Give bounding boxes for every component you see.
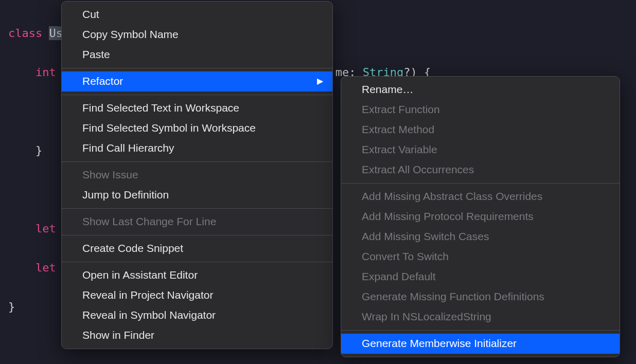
- selected-text: Us: [49, 26, 63, 40]
- menu-item-extract-function: Extract Function: [341, 100, 620, 120]
- menu-label: Add Missing Abstract Class Overrides: [362, 189, 542, 204]
- menu-label: Extract Method: [362, 122, 434, 137]
- menu-item-expand-default: Expand Default: [341, 267, 620, 287]
- menu-label: Jump to Definition: [82, 187, 169, 203]
- menu-separator: [62, 235, 332, 235]
- menu-item-open-assistant[interactable]: Open in Assistant Editor: [62, 265, 332, 285]
- menu-label: Wrap In NSLocalizedString: [362, 309, 491, 324]
- menu-label: Reveal in Symbol Navigator: [82, 307, 216, 323]
- menu-item-refactor[interactable]: Refactor ▶: [62, 71, 332, 92]
- context-menu-refactor: Rename… Extract Function Extract Method …: [341, 76, 620, 357]
- menu-label: Reveal in Project Navigator: [82, 287, 213, 303]
- menu-label: Refactor: [82, 74, 123, 89]
- menu-label: Copy Symbol Name: [82, 27, 179, 42]
- menu-item-cut[interactable]: Cut: [62, 5, 332, 25]
- menu-label: Show Last Change For Line: [82, 214, 216, 229]
- menu-separator: [62, 68, 332, 68]
- menu-separator: [62, 262, 332, 262]
- menu-separator: [62, 95, 332, 95]
- menu-label: Show in Finder: [82, 327, 154, 343]
- keyword-let: let: [8, 261, 56, 274]
- menu-item-generate-missing: Generate Missing Function Definitions: [341, 287, 620, 307]
- menu-item-extract-variable: Extract Variable: [341, 140, 620, 160]
- menu-label: Find Call Hierarchy: [82, 140, 174, 156]
- menu-item-show-last-change: Show Last Change For Line: [62, 212, 332, 232]
- menu-item-paste[interactable]: Paste: [62, 45, 332, 65]
- menu-separator: [62, 208, 332, 209]
- menu-label: Add Missing Switch Cases: [362, 229, 489, 244]
- menu-label: Extract Function: [362, 102, 440, 117]
- menu-item-convert-switch: Convert To Switch: [341, 247, 620, 267]
- menu-label: Generate Memberwise Initializer: [362, 336, 517, 351]
- menu-label: Convert To Switch: [362, 249, 449, 264]
- menu-label: Expand Default: [362, 269, 436, 284]
- menu-item-find-hierarchy[interactable]: Find Call Hierarchy: [62, 138, 332, 158]
- menu-label: Paste: [82, 47, 110, 62]
- menu-item-reveal-project-nav[interactable]: Reveal in Project Navigator: [62, 285, 332, 305]
- menu-item-jump-def[interactable]: Jump to Definition: [62, 185, 332, 205]
- menu-label: Open in Assistant Editor: [82, 267, 198, 283]
- menu-item-copy-symbol[interactable]: Copy Symbol Name: [62, 25, 332, 45]
- menu-separator: [341, 330, 620, 331]
- chevron-right-icon: ▶: [317, 74, 323, 89]
- menu-item-add-switch: Add Missing Switch Cases: [341, 227, 620, 247]
- menu-label: Cut: [82, 7, 99, 22]
- menu-label: Find Selected Symbol in Workspace: [82, 120, 256, 136]
- menu-item-generate-memberwise[interactable]: Generate Memberwise Initializer: [341, 334, 620, 354]
- code-fragment: int: [8, 66, 56, 79]
- menu-separator: [62, 161, 332, 162]
- menu-item-add-protocol: Add Missing Protocol Requirements: [341, 207, 620, 227]
- menu-separator: [341, 183, 620, 184]
- menu-label: Rename…: [362, 82, 413, 97]
- menu-label: Create Code Snippet: [82, 241, 183, 256]
- menu-item-reveal-symbol-nav[interactable]: Reveal in Symbol Navigator: [62, 305, 332, 325]
- keyword-let: let: [8, 222, 56, 235]
- menu-item-extract-all: Extract All Occurrences: [341, 160, 620, 180]
- menu-item-find-text[interactable]: Find Selected Text in Workspace: [62, 98, 332, 118]
- menu-label: Extract Variable: [362, 142, 437, 157]
- menu-item-show-issue: Show Issue: [62, 165, 332, 185]
- menu-item-add-abstract: Add Missing Abstract Class Overrides: [341, 187, 620, 207]
- menu-label: Extract All Occurrences: [362, 162, 474, 177]
- menu-item-extract-method: Extract Method: [341, 120, 620, 140]
- menu-item-rename[interactable]: Rename…: [341, 80, 620, 100]
- context-menu-main: Cut Copy Symbol Name Paste Refactor ▶ Fi…: [61, 1, 333, 349]
- menu-label: Show Issue: [82, 167, 138, 183]
- menu-item-wrap-ns: Wrap In NSLocalizedString: [341, 307, 620, 327]
- menu-item-create-snippet[interactable]: Create Code Snippet: [62, 239, 332, 259]
- keyword-class: class: [8, 27, 42, 40]
- menu-item-show-finder[interactable]: Show in Finder: [62, 325, 332, 345]
- menu-label: Generate Missing Function Definitions: [362, 289, 544, 304]
- menu-label: Add Missing Protocol Requirements: [362, 209, 534, 224]
- menu-item-find-symbol[interactable]: Find Selected Symbol in Workspace: [62, 118, 332, 138]
- menu-label: Find Selected Text in Workspace: [82, 100, 239, 116]
